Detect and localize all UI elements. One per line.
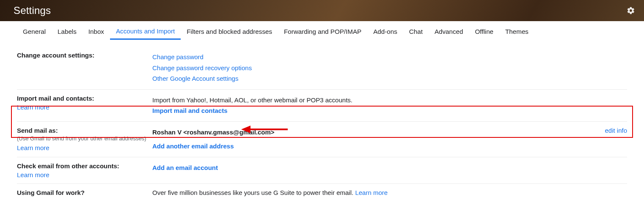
other-account-settings-link[interactable]: Other Google Account settings <box>152 75 238 82</box>
edit-info-link[interactable]: edit info <box>605 127 627 134</box>
tab-advanced[interactable]: Advanced <box>429 22 469 39</box>
gmail-work-description: Over five million businesses like yours … <box>152 189 355 196</box>
import-description: Import from Yahoo!, Hotmail, AOL, or oth… <box>152 95 627 106</box>
section-title: Using Gmail for work? <box>17 189 148 196</box>
tab-themes[interactable]: Themes <box>499 22 534 39</box>
settings-panel: General Labels Inbox Accounts and Import… <box>0 21 644 219</box>
settings-content: Change account settings: Change password… <box>0 41 644 198</box>
section-title: Send mail as: <box>17 127 148 134</box>
page-title: Settings <box>14 5 51 16</box>
tab-filters[interactable]: Filters and blocked addresses <box>181 22 278 39</box>
tab-general[interactable]: General <box>17 22 52 39</box>
section-change-account-settings: Change account settings: Change password… <box>17 47 627 90</box>
section-import-mail-and-contacts: Import mail and contacts: Learn more Imp… <box>17 90 627 122</box>
gmail-work-learn-more-link[interactable]: Learn more <box>355 189 388 196</box>
tab-accounts-and-import[interactable]: Accounts and Import <box>110 22 181 40</box>
section-gmail-for-work: Using Gmail for work? Over five million … <box>17 184 627 198</box>
change-recovery-link[interactable]: Change password recovery options <box>152 64 252 71</box>
send-mail-identity: Roshan V <roshanv.gmass@gmail.com> <box>152 127 627 138</box>
settings-tabs: General Labels Inbox Accounts and Import… <box>0 21 644 41</box>
import-learn-more-link[interactable]: Learn more <box>17 104 50 111</box>
add-an-email-account-link[interactable]: Add an email account <box>152 164 218 171</box>
tab-forwarding[interactable]: Forwarding and POP/IMAP <box>278 22 367 39</box>
settings-header: Settings <box>0 0 644 21</box>
check-email-learn-more-link[interactable]: Learn more <box>17 171 50 178</box>
tab-offline[interactable]: Offline <box>469 22 499 39</box>
tab-chat[interactable]: Chat <box>403 22 429 39</box>
section-check-email: Check email from other accounts: Learn m… <box>17 157 627 184</box>
add-another-email-link[interactable]: Add another email address <box>152 142 234 150</box>
send-mail-learn-more-link[interactable]: Learn more <box>17 144 50 151</box>
section-title: Import mail and contacts: <box>17 95 148 102</box>
section-subtitle: (Use Gmail to send from your other email… <box>17 135 148 142</box>
section-title: Check email from other accounts: <box>17 162 148 170</box>
change-password-link[interactable]: Change password <box>152 53 204 60</box>
gear-icon[interactable] <box>626 6 636 15</box>
tab-inbox[interactable]: Inbox <box>83 22 110 39</box>
tab-labels[interactable]: Labels <box>52 22 83 39</box>
import-mail-and-contacts-link[interactable]: Import mail and contacts <box>152 107 228 114</box>
section-title: Change account settings: <box>17 52 148 59</box>
section-send-mail-as: Send mail as: (Use Gmail to send from yo… <box>17 122 627 157</box>
tab-addons[interactable]: Add-ons <box>367 22 403 39</box>
